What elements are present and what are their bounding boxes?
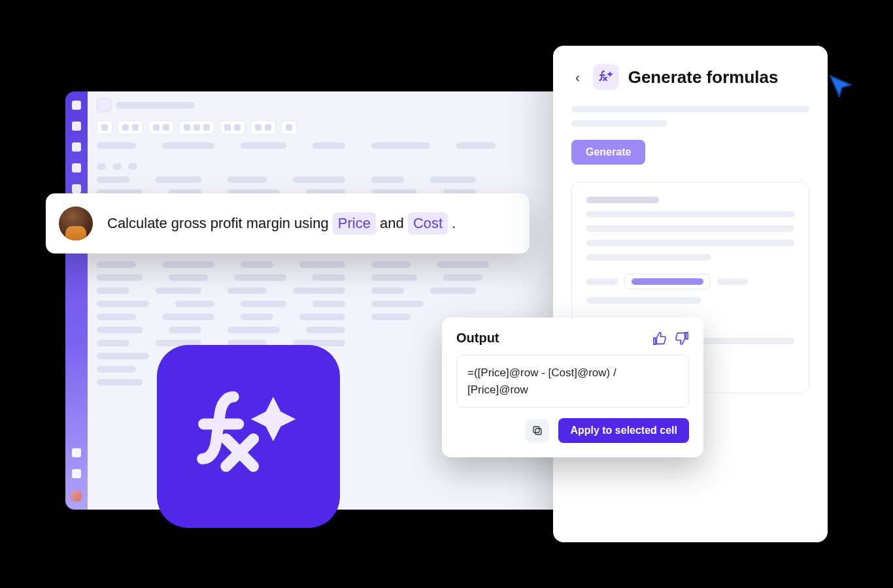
back-chevron-icon[interactable]: ‹ <box>571 67 584 88</box>
prompt-prefix: Calculate gross profit margin using <box>107 215 333 231</box>
cursor-pointer-icon <box>828 73 854 99</box>
prompt-card: Calculate gross profit margin using Pric… <box>46 193 530 253</box>
prompt-suffix: . <box>452 215 456 231</box>
app-sidebar-rail <box>65 91 88 510</box>
copy-button[interactable] <box>526 419 549 442</box>
toolbar-chip[interactable] <box>148 120 174 135</box>
sheet-toolbar <box>97 120 553 135</box>
apps-icon[interactable] <box>72 448 81 457</box>
token-cost[interactable]: Cost <box>408 212 448 235</box>
svg-rect-6 <box>535 429 541 434</box>
search-icon[interactable] <box>72 142 81 152</box>
prompt-mid: and <box>380 215 408 231</box>
output-card: Output =([Price]@row - [Cost]@row) / [Pr… <box>442 318 703 457</box>
panel-title: Generate formulas <box>628 67 779 88</box>
sheet-title-placeholder <box>116 102 195 108</box>
copy-icon <box>531 425 543 436</box>
user-avatar <box>59 206 93 240</box>
apply-button[interactable]: Apply to selected cell <box>558 418 689 443</box>
token-price[interactable]: Price <box>333 212 376 235</box>
toolbar-chip[interactable] <box>179 120 214 135</box>
home-icon[interactable] <box>72 101 81 110</box>
toolbar-chip[interactable] <box>97 120 112 135</box>
toolbar-chip[interactable] <box>250 120 276 135</box>
folder-icon[interactable] <box>72 163 81 172</box>
toolbar-chip[interactable] <box>281 120 297 135</box>
thumbs-down-icon[interactable] <box>675 331 689 346</box>
avatar[interactable] <box>71 490 82 502</box>
toolbar-chip[interactable] <box>118 120 143 135</box>
sheet-tab[interactable] <box>97 98 111 112</box>
thumbs-up-icon[interactable] <box>652 331 667 346</box>
notifications-icon[interactable] <box>72 122 81 131</box>
fx-chip-icon <box>593 64 619 90</box>
generate-button[interactable]: Generate <box>571 140 645 165</box>
placeholder-line <box>571 106 809 112</box>
formula-output[interactable]: =([Price]@row - [Cost]@row) / [Price]@ro… <box>456 355 689 408</box>
output-title: Output <box>456 331 499 346</box>
fx-sparkle-icon <box>186 374 311 498</box>
help-icon[interactable] <box>72 469 81 478</box>
placeholder-line <box>571 120 667 127</box>
prompt-text: Calculate gross profit margin using Pric… <box>107 212 456 235</box>
link-icon[interactable] <box>72 184 81 193</box>
generate-formulas-panel: ‹ Generate formulas Generate <box>553 46 828 542</box>
fx-feature-tile <box>157 345 340 528</box>
svg-rect-7 <box>533 427 539 433</box>
toolbar-chip[interactable] <box>220 120 245 135</box>
